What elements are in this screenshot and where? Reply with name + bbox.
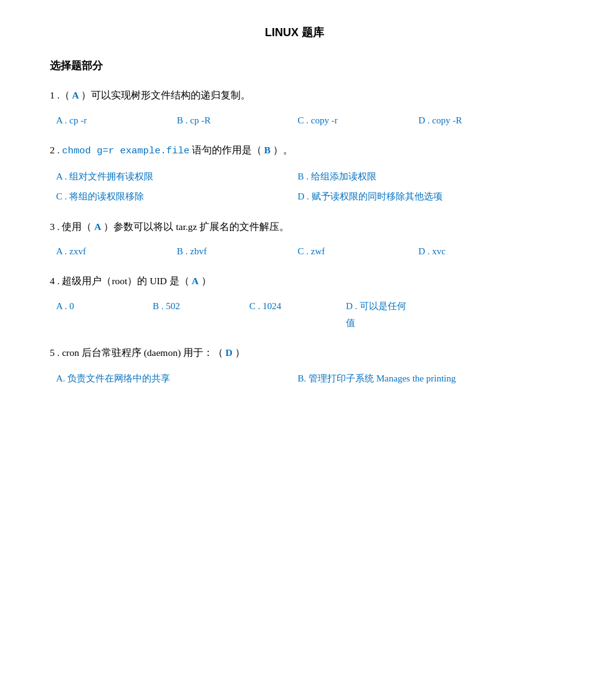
question-2: 2 . chmod g=r example.file 语句的作用是（ B ）。 … xyxy=(50,143,539,206)
q2-option-d: D . 赋予读权限的同时移除其他选项 xyxy=(298,188,540,206)
q2-suffix2: ）。 xyxy=(271,145,293,155)
question-4: 4 . 超级用户（root）的 UID 是（ A ） A . 0 B . 502… xyxy=(50,274,539,332)
q3-option-c: C . zwf xyxy=(298,243,419,260)
question-1-text: 1 .（ A ）可以实现树形文件结构的递归复制。 xyxy=(50,88,539,103)
q3-option-a: A . zxvf xyxy=(56,243,177,260)
question-5: 5 . cron 后台常驻程序 (daemon) 用于：（ D ） A. 负责文… xyxy=(50,345,539,387)
q2-option-b: B . 给组添加读权限 xyxy=(298,168,540,186)
q5-option-a: A. 负责文件在网络中的共享 xyxy=(56,370,298,388)
q4-option-c: C . 1024 xyxy=(249,298,346,332)
q4-prefix: 4 . 超级用户（root）的 UID 是（ xyxy=(50,276,192,286)
q2-option-c: C . 将组的读权限移除 xyxy=(56,188,298,206)
q4-option-a: A . 0 xyxy=(56,298,153,332)
q4-answer: A xyxy=(192,276,199,286)
q4-suffix: ） xyxy=(199,276,211,286)
q1-option-a: A . cp -r xyxy=(56,112,177,129)
question-3-text: 3 . 使用（ A ）参数可以将以 tar.gz 扩展名的文件解压。 xyxy=(50,219,539,235)
q1-option-b: B . cp -R xyxy=(177,112,298,129)
q1-option-d: D . copy -R xyxy=(418,112,539,129)
q3-option-b: B . zbvf xyxy=(177,243,298,260)
q3-option-d: D . xvc xyxy=(418,243,539,260)
q5-answer: D xyxy=(226,347,232,358)
question-3: 3 . 使用（ A ）参数可以将以 tar.gz 扩展名的文件解压。 A . z… xyxy=(50,219,539,261)
q5-prefix: 5 . cron 后台常驻程序 (daemon) 用于：（ xyxy=(50,347,226,358)
q4-options: A . 0 B . 502 C . 1024 D . 可以是任何值 xyxy=(50,298,539,332)
q4-option-d: D . 可以是任何值 xyxy=(346,298,539,332)
q1-label2: ）可以实现树形文件结构的递归复制。 xyxy=(79,90,251,100)
q2-option-a: A . 组对文件拥有读权限 xyxy=(56,168,298,186)
q1-label: 1 .（ xyxy=(50,90,72,100)
q3-answer: A xyxy=(94,221,101,232)
page-title: LINUX 题库 xyxy=(50,25,539,40)
section-title: 选择题部分 xyxy=(50,59,539,73)
question-5-text: 5 . cron 后台常驻程序 (daemon) 用于：（ D ） xyxy=(50,345,539,361)
q3-prefix: 3 . 使用（ xyxy=(50,221,94,232)
q5-suffix: ） xyxy=(232,347,245,358)
q3-suffix: ）参数可以将以 tar.gz 扩展名的文件解压。 xyxy=(101,221,289,232)
q5-option-b: B. 管理打印子系统 Manages the printing xyxy=(298,370,540,388)
question-1: 1 .（ A ）可以实现树形文件结构的递归复制。 A . cp -r B . c… xyxy=(50,88,539,129)
q4-option-b: B . 502 xyxy=(153,298,249,332)
q2-options: A . 组对文件拥有读权限 B . 给组添加读权限 C . 将组的读权限移除 D… xyxy=(50,168,539,206)
q1-answer: A xyxy=(72,90,79,100)
question-2-text: 2 . chmod g=r example.file 语句的作用是（ B ）。 xyxy=(50,143,539,159)
q1-options: A . cp -r B . cp -R C . copy -r D . copy… xyxy=(50,112,539,129)
q3-options: A . zxvf B . zbvf C . zwf D . xvc xyxy=(50,243,539,260)
q2-prefix: 2 . xyxy=(50,145,62,155)
q5-options: A. 负责文件在网络中的共享 B. 管理打印子系统 Manages the pr… xyxy=(50,370,539,388)
q2-cmd: chmod g=r example.file xyxy=(62,145,189,156)
q1-option-c: C . copy -r xyxy=(298,112,419,129)
q2-answer: B xyxy=(264,145,271,155)
q2-suffix: 语句的作用是（ xyxy=(189,145,264,155)
question-4-text: 4 . 超级用户（root）的 UID 是（ A ） xyxy=(50,274,539,289)
